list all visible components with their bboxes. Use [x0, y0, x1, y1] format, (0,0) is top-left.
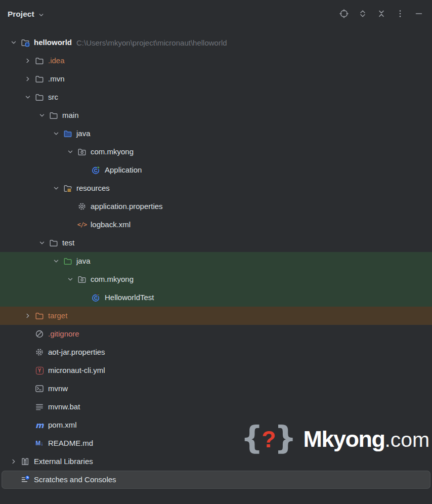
tree-row-label: Application [105, 165, 142, 175]
terminal-file-icon [34, 384, 45, 393]
excluded-folder-icon [34, 311, 45, 320]
tree-row-label: pom.xml [48, 421, 77, 430]
folder-icon [34, 74, 45, 83]
expand-all-icon [358, 9, 368, 20]
tree-row-helloworldtest[interactable]: HelloworldTest [0, 288, 432, 307]
sources-root-folder-icon [63, 129, 73, 138]
tree-row-label: helloworld [34, 38, 72, 47]
chevron-right-icon[interactable] [7, 457, 20, 466]
tree-row-resources[interactable]: resources [0, 179, 432, 197]
xml-file-icon: </> [77, 220, 87, 229]
tree-row-label: External Libraries [34, 457, 93, 466]
tree-row-idea[interactable]: .idea [0, 52, 432, 70]
chevron-down-icon[interactable] [7, 38, 20, 47]
tree-row-scratches-and-consoles[interactable]: Scratches and Consoles [2, 471, 430, 489]
tree-row-src[interactable]: src [0, 88, 432, 106]
chevron-spacer [21, 421, 34, 430]
tree-row-target[interactable]: target [0, 307, 432, 325]
chevron-spacer [21, 439, 34, 448]
chevron-right-icon[interactable] [21, 74, 34, 83]
tree-row-logback-xml[interactable]: </>logback.xml [0, 216, 432, 234]
project-path: C:\Users\mkyon\project\micronaut\hellowo… [76, 38, 227, 47]
markdown-file-icon: M↓ [34, 439, 45, 448]
class-run-icon [91, 165, 101, 175]
tree-row-label: resources [76, 184, 110, 193]
collapse-all-icon [376, 9, 386, 20]
tool-window-header: Project [0, 0, 432, 28]
folder-icon [49, 111, 59, 120]
chevron-spacer [21, 384, 34, 393]
chevron-down-icon[interactable] [35, 238, 49, 247]
tree-row-label: .idea [48, 56, 65, 65]
tree-row-mvnw-bat[interactable]: mvnw.bat [0, 398, 432, 416]
tree-row-label: aot-jar.properties [48, 348, 105, 357]
hide-panel-button[interactable] [413, 9, 424, 20]
tree-row-label: src [48, 93, 58, 102]
tree-row-external-libraries[interactable]: External Libraries [0, 452, 432, 471]
tree-row-label: java [76, 129, 91, 138]
test-root-folder-icon [63, 257, 73, 266]
tree-row-gitignore[interactable]: .gitignore [0, 325, 432, 343]
tree-row-micronaut-cli-yml[interactable]: Ymicronaut-cli.yml [0, 361, 432, 380]
gear-icon [34, 348, 45, 357]
gear-icon [77, 202, 87, 211]
chevron-down-icon [37, 11, 45, 19]
tree-row-application-properties[interactable]: application.properties [0, 197, 432, 216]
tree-row-java[interactable]: java [0, 252, 432, 270]
resources-root-folder-icon [63, 184, 73, 193]
more-options-button[interactable] [395, 9, 406, 20]
tree-row-test[interactable]: test [0, 234, 432, 252]
ignored-file-icon [34, 329, 45, 339]
tree-row-label: .mvn [48, 74, 65, 83]
header-actions [338, 9, 424, 20]
chevron-spacer [21, 329, 34, 339]
chevron-spacer [78, 293, 91, 302]
tree-row-label: logback.xml [91, 220, 131, 229]
tree-row-mvnw[interactable]: mvnw [0, 380, 432, 398]
tree-row-label: test [62, 238, 74, 247]
class-test-icon [91, 293, 101, 302]
collapse-all-button[interactable] [376, 9, 387, 20]
expand-all-button[interactable] [357, 9, 368, 20]
tree-row-aot-jar-properties[interactable]: aot-jar.properties [0, 343, 432, 361]
folder-icon [49, 238, 59, 247]
maven-file-icon: m [34, 421, 45, 430]
chevron-spacer [21, 348, 34, 357]
chevron-down-icon[interactable] [64, 275, 77, 284]
tree-row-com-mkyong[interactable]: com.mkyong [0, 270, 432, 288]
chevron-down-icon[interactable] [50, 257, 63, 266]
tree-row-application[interactable]: Application [0, 161, 432, 179]
kebab-menu-icon [395, 9, 405, 20]
chevron-down-icon[interactable] [35, 111, 49, 120]
tree-row-label: application.properties [91, 202, 163, 211]
package-icon [77, 275, 87, 284]
tree-row-label: com.mkyong [91, 275, 134, 284]
project-folder-icon [20, 38, 30, 47]
tree-row-java[interactable]: java [0, 124, 432, 143]
tree-row-label: Scratches and Consoles [34, 475, 116, 484]
chevron-down-icon[interactable] [50, 184, 63, 193]
tree-row-helloworld[interactable]: helloworldC:\Users\mkyon\project\microna… [0, 33, 432, 52]
tree-row-label: target [48, 311, 67, 320]
tree-row-com-mkyong[interactable]: com.mkyong [0, 143, 432, 161]
chevron-down-icon[interactable] [21, 93, 34, 102]
chevron-spacer [64, 220, 77, 229]
tree-row-label: HelloworldTest [105, 293, 154, 302]
chevron-down-icon[interactable] [50, 129, 63, 138]
locate-icon [339, 9, 349, 20]
tree-row-readme-md[interactable]: M↓README.md [0, 434, 432, 452]
tree-row-pom-xml[interactable]: mpom.xml [0, 416, 432, 434]
tree-row-main[interactable]: main [0, 106, 432, 124]
project-tree: helloworldC:\Users\mkyon\project\microna… [0, 28, 432, 489]
libraries-icon [20, 457, 30, 466]
chevron-right-icon[interactable] [21, 56, 34, 65]
project-view-dropdown[interactable]: Project [8, 10, 45, 19]
tree-row-mvn[interactable]: .mvn [0, 70, 432, 88]
locate-file-button[interactable] [338, 9, 350, 20]
tree-row-label: mvnw.bat [48, 402, 80, 411]
chevron-right-icon[interactable] [21, 311, 34, 320]
chevron-spacer [64, 202, 77, 211]
tree-row-label: java [76, 257, 91, 266]
chevron-down-icon[interactable] [64, 147, 77, 156]
tree-row-label: main [62, 111, 79, 120]
